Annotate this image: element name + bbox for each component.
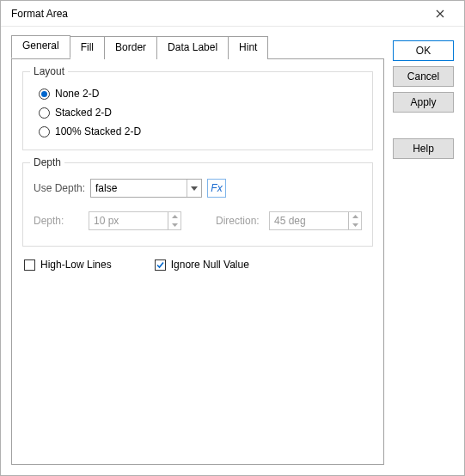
checkbox-ignore-null-value[interactable]: [155, 259, 166, 271]
cancel-button[interactable]: Cancel: [393, 66, 454, 87]
depth-spinner[interactable]: 10 px: [89, 211, 181, 230]
ignore-null-value-label: Ignore Null Value: [171, 259, 249, 271]
ok-button[interactable]: OK: [393, 40, 454, 61]
layout-group: Layout None 2-D Stacked 2-D 100% Stacked…: [22, 71, 373, 150]
radio-100-stacked-2d[interactable]: [39, 126, 50, 137]
radio-none-2d-label: None 2-D: [55, 88, 99, 100]
fx-label: Fx: [211, 182, 222, 194]
depth-group: Depth Use Depth: false Fx: [22, 162, 373, 247]
tab-border[interactable]: Border: [104, 36, 157, 59]
depth-label: Depth:: [34, 215, 89, 227]
chevron-up-icon: [168, 212, 180, 221]
chevron-down-icon: [168, 221, 180, 229]
direction-value: 45 deg: [274, 215, 306, 227]
tab-general[interactable]: General: [11, 35, 70, 58]
close-icon: [436, 9, 444, 18]
fx-button[interactable]: Fx: [207, 179, 226, 198]
chevron-down-icon: [349, 221, 361, 229]
tab-data-label[interactable]: Data Label: [156, 36, 229, 59]
radio-none-2d[interactable]: [39, 88, 50, 100]
chevron-down-icon: [187, 180, 201, 197]
radio-stacked-2d[interactable]: [39, 107, 50, 119]
close-button[interactable]: [423, 2, 457, 26]
checkbox-high-low-lines[interactable]: [24, 259, 35, 271]
tab-hint[interactable]: Hint: [228, 36, 268, 59]
chevron-up-icon: [349, 212, 361, 221]
use-depth-label: Use Depth:: [34, 182, 85, 194]
direction-label: Direction:: [216, 215, 269, 227]
apply-button[interactable]: Apply: [393, 92, 454, 113]
high-low-lines-label: High-Low Lines: [40, 259, 112, 271]
dialog-title: Format Area: [8, 8, 423, 20]
radio-100-stacked-2d-label: 100% Stacked 2-D: [55, 125, 141, 137]
titlebar: Format Area: [1, 1, 464, 27]
depth-value: 10 px: [94, 215, 119, 227]
direction-spinner[interactable]: 45 deg: [269, 211, 362, 230]
use-depth-value: false: [95, 182, 117, 194]
depth-legend: Depth: [30, 156, 64, 168]
radio-stacked-2d-label: Stacked 2-D: [55, 107, 112, 119]
help-button[interactable]: Help: [393, 138, 454, 159]
tab-fill[interactable]: Fill: [70, 36, 105, 59]
tab-panel-general: Layout None 2-D Stacked 2-D 100% Stacked…: [11, 58, 384, 465]
format-area-dialog: Format Area General Fill Border Data Lab…: [0, 0, 465, 476]
spinner-buttons[interactable]: [168, 212, 180, 229]
tab-strip: General Fill Border Data Label Hint: [11, 35, 384, 58]
use-depth-combo[interactable]: false: [90, 179, 202, 198]
spinner-buttons[interactable]: [348, 212, 361, 229]
check-icon: [156, 260, 165, 270]
layout-legend: Layout: [30, 65, 68, 77]
